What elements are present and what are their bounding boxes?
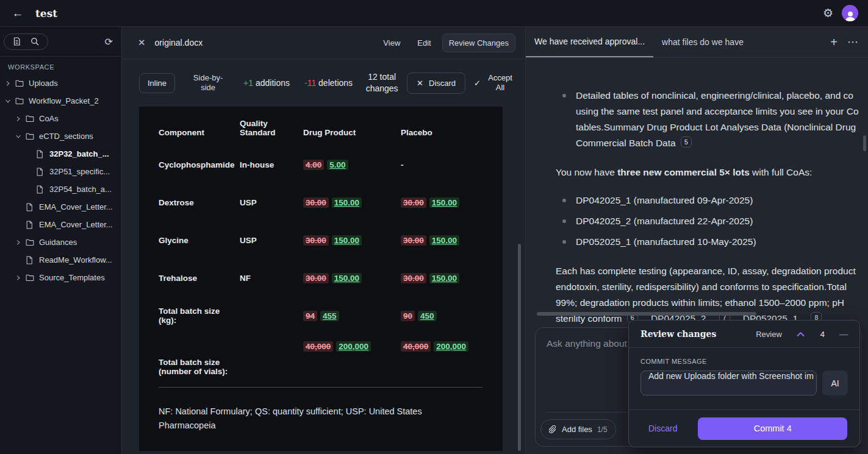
minimize-icon[interactable]: — — [839, 329, 848, 339]
added-value[interactable]: 5.00 — [327, 160, 348, 170]
component-cell: Trehalose — [159, 274, 240, 283]
more-options-icon[interactable]: ⋯ — [847, 37, 858, 48]
commit-message-label: COMMIT MESSAGE — [640, 358, 848, 365]
deleted-value[interactable]: 30.00 — [401, 197, 426, 208]
added-value[interactable]: 455 — [320, 311, 339, 321]
table-row: TrehaloseNF30.00150.0030.00150.00 — [159, 259, 503, 297]
document-panel: ✕ original.docx View Edit Review Changes… — [122, 27, 526, 454]
tree-item-ema-cover-letter-[interactable]: EMA_Cover_Letter... — [0, 216, 121, 233]
tree-item-workflow-packet-2[interactable]: Workflow_Packet_2 — [0, 92, 121, 110]
chat-horizontal-scrollbar[interactable] — [537, 312, 756, 316]
added-value[interactable]: 150.00 — [332, 235, 362, 246]
added-value[interactable]: 150.00 — [429, 197, 459, 208]
added-value[interactable]: 150.00 — [332, 273, 362, 283]
citation-badge[interactable]: 5 — [681, 137, 692, 147]
tree-item-ema-cover-letter-[interactable]: EMA_Cover_Letter... — [0, 198, 121, 216]
tree-item-label: 32P51_specific... — [49, 167, 110, 176]
standard-cell: In-house — [240, 160, 303, 169]
tree-item-label: ReadMe_Workflow... — [39, 255, 112, 264]
refresh-icon[interactable]: ⟳ — [105, 36, 113, 48]
file-tree: UploadsWorkflow_Packet_2CoAseCTD_section… — [0, 74, 121, 286]
deleted-value[interactable]: 30.00 — [303, 235, 329, 246]
tab-edit[interactable]: Edit — [411, 34, 437, 52]
deleted-value[interactable]: 30.00 — [303, 197, 329, 208]
table-cell: 30.00150.00 — [401, 236, 503, 245]
discard-button[interactable]: ✕ Discard — [407, 73, 465, 94]
deleted-value[interactable]: 90 — [401, 311, 415, 321]
deleted-value[interactable]: 4.00 — [303, 160, 324, 170]
avatar[interactable] — [842, 5, 858, 21]
tree-item-guidances[interactable]: Guidances — [0, 233, 121, 251]
added-value[interactable]: 200,000 — [434, 341, 468, 352]
chevron-right-icon[interactable] — [5, 80, 15, 87]
tab-view[interactable]: View — [377, 34, 406, 52]
file-icon — [36, 185, 47, 194]
file-icon — [26, 256, 37, 264]
added-value[interactable]: 200,000 — [336, 341, 371, 352]
file-icon — [26, 203, 37, 211]
added-value[interactable]: 150.00 — [332, 197, 362, 208]
check-icon: ✓ — [474, 79, 481, 88]
commit-button[interactable]: Commit 4 — [698, 417, 847, 440]
tree-item-source-templates[interactable]: Source_Templates — [0, 269, 121, 286]
column-header: Quality Standard — [240, 119, 279, 137]
sidebar-search-pill[interactable] — [4, 34, 48, 50]
chat-vertical-scrollbar[interactable] — [863, 135, 866, 151]
page-title: test — [35, 7, 57, 20]
column-header: Placebo — [401, 128, 503, 137]
deleted-value[interactable]: 30.00 — [401, 235, 426, 246]
gear-icon[interactable]: ⚙ — [823, 7, 833, 19]
workspace-label: WORKSPACE — [8, 63, 121, 71]
component-cell: Cyclophosphamide — [159, 160, 240, 169]
table-cell: 4.005.00 — [303, 160, 401, 169]
tree-item-32p51-specific-[interactable]: 32P51_specific... — [0, 163, 121, 180]
tree-item-32p54-batch-a-[interactable]: 32P54_batch_a... — [0, 180, 121, 198]
inline-toggle[interactable]: Inline — [139, 73, 175, 93]
chat-tab-bar: We have received approval... what files … — [526, 27, 868, 58]
tree-item-32p32-batch-[interactable]: 32P32_batch_... — [0, 145, 121, 163]
deleted-value[interactable]: 94 — [303, 311, 317, 321]
deleted-value[interactable]: 30.00 — [303, 273, 329, 283]
diff-toolbar: Inline Side-by- side +1 additions -11 de… — [122, 59, 525, 107]
deleted-value[interactable]: 30.00 — [401, 273, 426, 283]
popup-discard-button[interactable]: Discard — [641, 424, 684, 433]
document-scrollbar[interactable] — [518, 244, 521, 451]
table-row: CyclophosphamideIn-house4.005.00- — [159, 146, 503, 183]
chat-tab-2[interactable]: what files do we have — [653, 27, 752, 57]
add-files-button[interactable]: Add files 1/5 — [540, 419, 616, 439]
tab-review-changes[interactable]: Review Changes — [442, 34, 515, 52]
tree-item-readme-workflow-[interactable]: ReadMe_Workflow... — [0, 251, 121, 269]
standard-cell: USP — [240, 198, 303, 207]
chevron-down-icon[interactable] — [5, 98, 15, 104]
deleted-value[interactable]: 40,000 — [401, 341, 431, 352]
standard-cell: NF — [240, 274, 303, 283]
added-value[interactable]: 150.00 — [429, 235, 459, 246]
chevron-up-icon[interactable] — [797, 332, 805, 337]
chevron-right-icon[interactable] — [15, 275, 26, 281]
back-icon[interactable]: ← — [10, 5, 26, 21]
deleted-value[interactable]: 40,000 — [303, 341, 333, 352]
tree-item-coas[interactable]: CoAs — [0, 110, 121, 127]
tree-item-ectd-sections[interactable]: eCTD_sections — [0, 127, 121, 145]
bullet-dot — [562, 94, 566, 98]
close-icon[interactable]: ✕ — [138, 37, 146, 48]
tree-item-label: Uploads — [29, 79, 58, 88]
tree-item-label: EMA_Cover_Letter... — [39, 220, 113, 229]
folder-icon — [15, 97, 26, 105]
chevron-right-icon[interactable] — [15, 116, 26, 122]
review-link[interactable]: Review — [756, 330, 782, 339]
table-row: GlycineUSP30.00150.0030.00150.00 — [159, 221, 503, 259]
added-value[interactable]: 150.00 — [429, 273, 459, 283]
tree-item-uploads[interactable]: Uploads — [0, 74, 121, 92]
commit-message-input[interactable]: Add new Uploads folder with Screenshot i… — [640, 371, 817, 395]
component-cell: Dextrose — [159, 198, 240, 207]
added-value[interactable]: 450 — [418, 311, 437, 321]
chat-tab-1[interactable]: We have received approval... — [526, 27, 653, 57]
side-by-side-toggle[interactable]: Side-by- side — [188, 73, 228, 93]
accept-all-button[interactable]: ✓ Accept All — [474, 73, 514, 93]
new-chat-icon[interactable]: + — [830, 36, 838, 48]
chevron-right-icon[interactable] — [15, 239, 26, 246]
ai-button[interactable]: AI — [822, 371, 848, 395]
chevron-down-icon[interactable] — [15, 133, 26, 140]
tree-item-label: EMA_Cover_Letter... — [39, 202, 113, 211]
